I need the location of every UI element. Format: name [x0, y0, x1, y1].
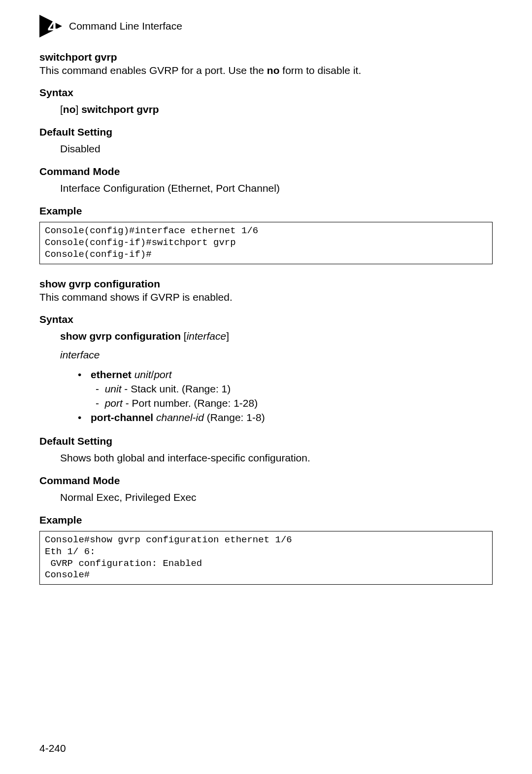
example-label: Example: [39, 514, 493, 526]
syntax-close-bracket: ]: [226, 330, 229, 342]
syntax-line: show gvrp configuration [interface]: [39, 330, 493, 342]
channel-id-text: (Range: 1-8): [204, 412, 265, 423]
mode-value: Interface Configuration (Ethernet, Port …: [39, 182, 493, 194]
unit-text: - Stack unit. (Range: 1): [122, 383, 231, 394]
command-switchport-gvrp: switchport gvrp This command enables GVR…: [39, 51, 493, 264]
syntax-no: no: [63, 104, 76, 115]
syntax-label: Syntax: [39, 87, 493, 99]
syntax-cmd-bold: show gvrp configuration: [60, 330, 181, 342]
interface-word: interface: [39, 349, 493, 361]
syntax-param: interface: [187, 330, 227, 342]
dash-port: - port - Port number. (Range: 1-28): [39, 396, 493, 410]
syntax-label: Syntax: [39, 314, 493, 325]
channel-id-italic: channel-id: [153, 412, 204, 423]
example-label: Example: [39, 205, 493, 217]
bullet-ethernet: • ethernet unit/port: [39, 368, 493, 382]
syntax-line: [no] switchport gvrp: [39, 104, 493, 115]
default-value: Disabled: [39, 143, 493, 155]
bullet-port-channel: • port-channel channel-id (Range: 1-8): [39, 411, 493, 424]
desc-text-a: This command enables GVRP for a port. Us…: [39, 65, 267, 76]
default-value: Shows both global and interface-specific…: [39, 452, 493, 464]
port-italic: port: [105, 397, 123, 409]
desc-text-b: form to disable it.: [279, 65, 361, 76]
default-label: Default Setting: [39, 435, 493, 447]
port-text: - Port number. (Range: 1-28): [123, 397, 258, 409]
page-header: 4 Command Line Interface: [39, 15, 493, 37]
command-title: show gvrp configuration: [39, 278, 493, 290]
mode-label: Command Mode: [39, 475, 493, 487]
bullet-dot-icon: •: [78, 368, 91, 382]
mode-value: Normal Exec, Privileged Exec: [39, 492, 493, 503]
command-show-gvrp-configuration: show gvrp configuration This command sho…: [39, 278, 493, 585]
header-title: Command Line Interface: [69, 20, 182, 32]
ethernet-unit: unit: [132, 369, 151, 380]
chapter-number: 4: [48, 17, 57, 36]
default-label: Default Setting: [39, 126, 493, 138]
chapter-number-icon: 4: [39, 15, 62, 37]
command-description: This command shows if GVRP is enabled.: [39, 291, 493, 304]
syntax-cmd: switchport gvrp: [81, 104, 159, 115]
syntax-close-bracket: ]: [76, 104, 82, 115]
unit-italic: unit: [105, 383, 122, 394]
dash-unit: - unit - Stack unit. (Range: 1): [39, 382, 493, 396]
syntax-open-bracket: [: [181, 330, 187, 342]
ethernet-port: port: [154, 369, 171, 380]
ethernet-bold: ethernet: [91, 369, 132, 380]
bullet-dot-icon: •: [78, 411, 91, 424]
interface-italic: interface: [60, 349, 100, 360]
page-number: 4-240: [39, 742, 66, 754]
port-channel-bold: port-channel: [91, 412, 153, 423]
command-title: switchport gvrp: [39, 51, 493, 63]
page: 4 Command Line Interface switchport gvrp…: [0, 0, 532, 774]
command-description: This command enables GVRP for a port. Us…: [39, 64, 493, 77]
desc-no: no: [267, 65, 280, 76]
example-code-block: Console(config)#interface ethernet 1/6 C…: [39, 222, 493, 264]
example-code-block: Console#show gvrp configuration ethernet…: [39, 531, 493, 585]
mode-label: Command Mode: [39, 166, 493, 177]
